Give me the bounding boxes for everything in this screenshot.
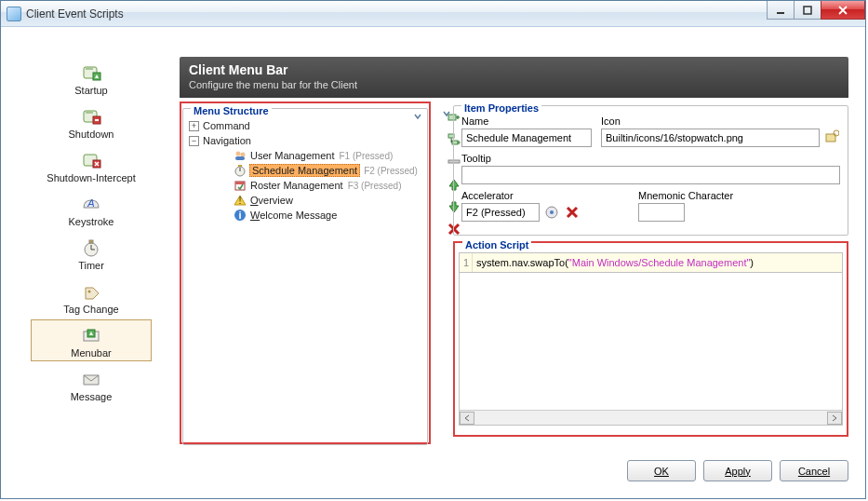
sidebar-item-label: Shutdown-Intercept: [47, 172, 135, 183]
mnemonic-label: Mnemonic Character: [638, 190, 733, 201]
sidebar-item-label: Menubar: [71, 347, 111, 359]
svg-point-12: [88, 291, 91, 293]
tree-node-navigation[interactable]: − Navigation: [189, 133, 421, 148]
svg-text:i: i: [238, 210, 241, 221]
content: Startup Shutdown Shutdown-Intercept A Ke…: [1, 27, 865, 498]
tooltip-input[interactable]: [461, 166, 840, 184]
sidebar-item-label: Shutdown: [69, 129, 114, 140]
sidebar-item-label: Keystroke: [69, 216, 114, 227]
close-button[interactable]: [821, 1, 865, 20]
icon-input[interactable]: [601, 129, 820, 147]
tree-node-user-management[interactable]: User Management F1 (Pressed): [189, 148, 421, 163]
svg-rect-6: [95, 119, 99, 121]
sidebar-item-keystroke[interactable]: A Keystroke: [31, 188, 152, 230]
main-panel: Client Menu Bar Configure the menu bar f…: [180, 57, 848, 444]
apply-button[interactable]: Apply: [703, 460, 772, 481]
window-controls: [768, 1, 865, 20]
accelerator-label: Accelerator: [461, 190, 629, 201]
svg-rect-1: [804, 7, 811, 14]
window-title: Client Event Scripts: [26, 7, 124, 20]
line-number: 1: [460, 253, 473, 272]
tree-node-schedule-management[interactable]: Schedule Management F2 (Pressed): [189, 163, 421, 178]
header-title: Client Menu Bar: [189, 62, 839, 77]
sidebar-item-label: Tag Change: [63, 304, 118, 315]
code-line[interactable]: system.nav.swapTo("Main Windows/Schedule…: [473, 253, 842, 272]
minimize-button[interactable]: [767, 1, 795, 20]
menu-tree: + Command − Navigation User Management: [189, 118, 421, 223]
header-bar: Client Menu Bar Configure the menu bar f…: [180, 57, 848, 98]
svg-rect-19: [238, 165, 242, 167]
clear-accelerator-button[interactable]: [564, 204, 581, 221]
svg-text:!: !: [238, 195, 241, 206]
dialog-buttons: OK Apply Cancel: [627, 460, 848, 481]
sidebar-item-tag-change[interactable]: Tag Change: [31, 276, 152, 318]
sidebar-item-label: Message: [71, 391, 113, 402]
scroll-left-button[interactable]: [460, 412, 474, 425]
tooltip-label: Tooltip: [461, 153, 840, 164]
info-icon: i: [234, 209, 247, 222]
sidebar-item-shutdown[interactable]: Shutdown: [31, 101, 152, 142]
tree-node-welcome-message[interactable]: i Welcome Message: [189, 208, 421, 223]
menu-structure-legend: Menu Structure: [191, 105, 272, 116]
svg-text:A: A: [87, 197, 94, 209]
header-subtitle: Configure the menu bar for the Client: [189, 79, 839, 90]
expand-icon[interactable]: +: [189, 121, 199, 131]
name-input[interactable]: [461, 129, 592, 147]
sidebar-item-menubar[interactable]: Menubar: [31, 319, 152, 361]
code-editor-body[interactable]: [459, 273, 843, 426]
tree-node-overview[interactable]: ! Overview: [189, 193, 421, 208]
message-icon: [80, 368, 102, 390]
scroll-right-button[interactable]: [827, 412, 842, 425]
users-icon: [234, 149, 247, 162]
name-label: Name: [461, 115, 592, 127]
collapse-icon[interactable]: −: [189, 136, 199, 146]
sidebar-item-timer[interactable]: Timer: [31, 232, 152, 274]
svg-rect-17: [235, 156, 245, 160]
shutdown-icon: [80, 105, 102, 128]
calendar-icon: [234, 179, 247, 192]
browse-icon-button[interactable]: [823, 129, 840, 145]
startup-icon: [80, 61, 102, 84]
window: Client Event Scripts Startup Shutdown: [0, 0, 866, 499]
svg-rect-0: [777, 12, 784, 14]
tree-node-command[interactable]: + Command: [189, 118, 421, 133]
svg-point-32: [550, 210, 554, 214]
timer-icon: [80, 237, 102, 259]
tag-change-icon: [80, 280, 102, 303]
sidebar-item-message[interactable]: Message: [31, 363, 152, 405]
keystroke-icon: A: [80, 193, 102, 215]
svg-point-16: [241, 153, 246, 157]
accelerator-input[interactable]: [461, 203, 540, 222]
action-script-panel: Action Script 1 system.nav.swapTo("Main …: [453, 241, 848, 437]
item-properties-panel: Item Properties Name Icon: [453, 102, 848, 444]
mnemonic-input[interactable]: [638, 203, 685, 222]
collapse-right-icon[interactable]: [441, 109, 452, 118]
titlebar: Client Event Scripts: [1, 1, 865, 27]
collapse-left-icon[interactable]: [412, 112, 423, 121]
sidebar-item-startup[interactable]: Startup: [31, 57, 152, 99]
tree-node-roster-management[interactable]: Roster Management F3 (Pressed): [189, 178, 421, 193]
stopwatch-icon: [234, 164, 247, 177]
action-script-legend: Action Script: [462, 239, 531, 250]
sidebar-item-shutdown-intercept[interactable]: Shutdown-Intercept: [31, 144, 152, 186]
cancel-button[interactable]: Cancel: [780, 460, 848, 481]
item-properties-legend: Item Properties: [461, 102, 541, 114]
app-icon: [7, 7, 21, 21]
sidebar-item-label: Timer: [78, 260, 104, 271]
maximize-button[interactable]: [794, 1, 821, 20]
shutdown-intercept-icon: [80, 149, 102, 171]
svg-point-30: [834, 130, 839, 136]
sidebar: Startup Shutdown Shutdown-Intercept A Ke…: [31, 57, 152, 405]
menubar-icon: [80, 324, 102, 346]
icon-label: Icon: [601, 115, 840, 127]
capture-key-button[interactable]: [543, 204, 560, 221]
warning-icon: !: [234, 194, 247, 207]
ok-button[interactable]: OK: [627, 460, 696, 481]
svg-rect-11: [89, 240, 93, 243]
sidebar-item-label: Startup: [74, 85, 107, 96]
horizontal-scrollbar[interactable]: [460, 410, 842, 425]
code-editor[interactable]: 1 system.nav.swapTo("Main Windows/Schedu…: [459, 252, 843, 273]
svg-point-15: [236, 152, 241, 156]
menu-structure-panel: Menu Structure + Command − Navigation: [180, 102, 431, 444]
svg-rect-21: [235, 182, 245, 184]
